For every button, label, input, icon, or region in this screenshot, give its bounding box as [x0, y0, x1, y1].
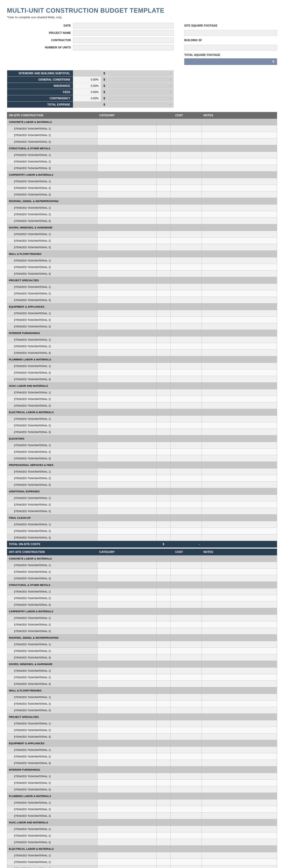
- item-label[interactable]: [ITEMIZED TASK/MATERIAL 2]: [7, 674, 97, 681]
- category-cell[interactable]: [202, 582, 277, 588]
- item-cost[interactable]: [171, 859, 202, 865]
- item-cost[interactable]: [171, 205, 202, 211]
- item-label[interactable]: [ITEMIZED TASK/MATERIAL 3]: [7, 575, 97, 582]
- item-category[interactable]: [97, 865, 157, 868]
- item-label[interactable]: [ITEMIZED TASK/MATERIAL 3]: [7, 534, 97, 541]
- item-notes[interactable]: [202, 422, 277, 429]
- item-category[interactable]: [97, 701, 157, 707]
- item-label[interactable]: [ITEMIZED TASK/MATERIAL 3]: [7, 865, 97, 868]
- item-cost[interactable]: [171, 674, 202, 681]
- item-label[interactable]: [ITEMIZED TASK/MATERIAL 3]: [7, 482, 97, 488]
- item-cost[interactable]: [171, 158, 202, 165]
- category-cell[interactable]: [97, 304, 157, 310]
- item-label[interactable]: [ITEMIZED TASK/MATERIAL 1]: [7, 668, 97, 674]
- item-category[interactable]: [97, 826, 157, 832]
- item-notes[interactable]: [202, 350, 277, 356]
- item-category[interactable]: [97, 588, 157, 595]
- category-cell[interactable]: [202, 330, 277, 336]
- category-cell[interactable]: [202, 740, 277, 747]
- item-category[interactable]: [97, 191, 157, 198]
- category-cell[interactable]: [97, 661, 157, 668]
- item-category[interactable]: [97, 218, 157, 224]
- item-cost[interactable]: [171, 865, 202, 868]
- item-cost[interactable]: [171, 455, 202, 462]
- item-cost[interactable]: [171, 191, 202, 198]
- item-cost[interactable]: [171, 152, 202, 158]
- item-category[interactable]: [97, 786, 157, 793]
- item-cost[interactable]: [171, 813, 202, 819]
- item-label[interactable]: [ITEMIZED TASK/MATERIAL 3]: [7, 786, 97, 793]
- item-category[interactable]: [97, 429, 157, 435]
- item-cost[interactable]: [171, 826, 202, 832]
- item-label[interactable]: [ITEMIZED TASK/MATERIAL 3]: [7, 350, 97, 356]
- item-notes[interactable]: [202, 238, 277, 244]
- item-notes[interactable]: [202, 832, 277, 839]
- item-notes[interactable]: [202, 734, 277, 740]
- item-category[interactable]: [97, 244, 157, 251]
- item-category[interactable]: [97, 178, 157, 185]
- category-cell[interactable]: [97, 582, 157, 588]
- category-cell[interactable]: [97, 819, 157, 826]
- item-notes[interactable]: [202, 799, 277, 806]
- item-label[interactable]: [ITEMIZED TASK/MATERIAL 3]: [7, 654, 97, 661]
- category-cell[interactable]: [202, 515, 277, 521]
- category-cell[interactable]: [97, 224, 157, 231]
- category-cell[interactable]: [97, 172, 157, 178]
- item-notes[interactable]: [202, 475, 277, 482]
- category-cell[interactable]: [202, 224, 277, 231]
- item-notes[interactable]: [202, 641, 277, 648]
- field-input[interactable]: [73, 23, 174, 28]
- item-category[interactable]: [97, 707, 157, 714]
- item-label[interactable]: [ITEMIZED TASK/MATERIAL 1]: [7, 720, 97, 727]
- item-category[interactable]: [97, 211, 157, 218]
- item-category[interactable]: [97, 562, 157, 568]
- item-label[interactable]: [ITEMIZED TASK/MATERIAL 1]: [7, 773, 97, 780]
- item-category[interactable]: [97, 138, 157, 145]
- item-cost[interactable]: [171, 648, 202, 654]
- item-cost[interactable]: [171, 376, 202, 383]
- item-notes[interactable]: [202, 158, 277, 165]
- item-cost[interactable]: [171, 448, 202, 455]
- item-label[interactable]: [ITEMIZED TASK/MATERIAL 1]: [7, 799, 97, 806]
- item-label[interactable]: [ITEMIZED TASK/MATERIAL 1]: [7, 562, 97, 568]
- item-cost[interactable]: [171, 727, 202, 734]
- item-notes[interactable]: [202, 482, 277, 488]
- category-cell[interactable]: [97, 634, 157, 641]
- item-label[interactable]: [ITEMIZED TASK/MATERIAL 2]: [7, 528, 97, 534]
- item-label[interactable]: [ITEMIZED TASK/MATERIAL 2]: [7, 701, 97, 707]
- item-label[interactable]: [ITEMIZED TASK/MATERIAL 1]: [7, 588, 97, 595]
- item-notes[interactable]: [202, 442, 277, 448]
- item-cost[interactable]: [171, 257, 202, 264]
- category-cell[interactable]: [202, 608, 277, 615]
- category-cell[interactable]: [202, 172, 277, 178]
- category-cell[interactable]: [202, 793, 277, 799]
- item-category[interactable]: [97, 654, 157, 661]
- item-label[interactable]: [ITEMIZED TASK/MATERIAL 1]: [7, 284, 97, 290]
- item-notes[interactable]: [202, 343, 277, 350]
- item-cost[interactable]: [171, 832, 202, 839]
- item-notes[interactable]: [202, 323, 277, 330]
- item-category[interactable]: [97, 628, 157, 634]
- item-cost[interactable]: [171, 284, 202, 290]
- item-cost[interactable]: [171, 138, 202, 145]
- item-cost[interactable]: [171, 218, 202, 224]
- item-label[interactable]: [ITEMIZED TASK/MATERIAL 3]: [7, 271, 97, 277]
- item-label[interactable]: [ITEMIZED TASK/MATERIAL 3]: [7, 681, 97, 687]
- item-label[interactable]: [ITEMIZED TASK/MATERIAL 3]: [7, 508, 97, 515]
- item-notes[interactable]: [202, 389, 277, 396]
- item-cost[interactable]: [171, 753, 202, 760]
- item-notes[interactable]: [202, 205, 277, 211]
- item-category[interactable]: [97, 852, 157, 859]
- item-label[interactable]: [ITEMIZED TASK/MATERIAL 3]: [7, 813, 97, 819]
- item-category[interactable]: [97, 799, 157, 806]
- item-label[interactable]: [ITEMIZED TASK/MATERIAL 1]: [7, 231, 97, 238]
- item-notes[interactable]: [202, 244, 277, 251]
- item-category[interactable]: [97, 694, 157, 701]
- item-notes[interactable]: [202, 290, 277, 297]
- item-notes[interactable]: [202, 674, 277, 681]
- item-category[interactable]: [97, 482, 157, 488]
- item-category[interactable]: [97, 376, 157, 383]
- item-notes[interactable]: [202, 852, 277, 859]
- item-label[interactable]: [ITEMIZED TASK/MATERIAL 3]: [7, 839, 97, 846]
- item-category[interactable]: [97, 780, 157, 786]
